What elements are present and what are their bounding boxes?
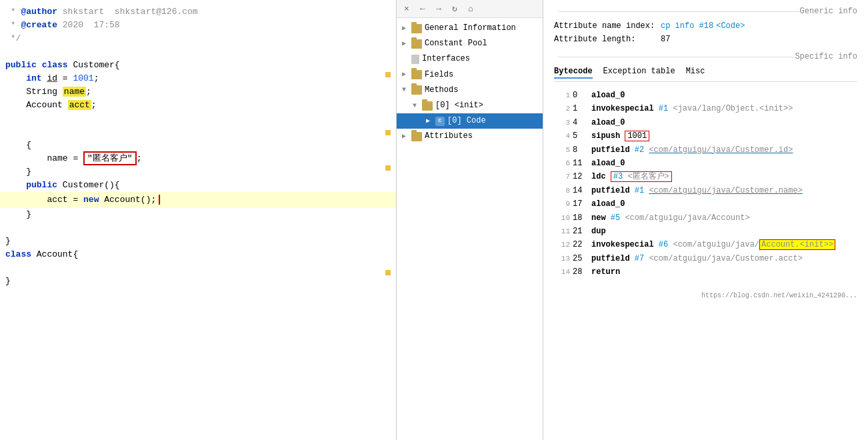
bc-linenum: 1 — [554, 89, 570, 102]
url-bar: https://blog.csdn.net/weixin_4241290... — [554, 292, 857, 299]
tree-arrow: ▶ — [402, 69, 411, 80]
bc-offset: 17 — [573, 197, 589, 211]
code-line: } — [0, 165, 396, 179]
bytecode-row: 10 18 new #5 <com/atguigu/java/Account> — [554, 211, 857, 225]
tree-item-label: Attributes — [425, 130, 473, 143]
cp-link[interactable]: cp info #18 — [661, 21, 713, 31]
file-icon — [411, 55, 419, 64]
tree-item-label: Methods — [425, 84, 458, 97]
tree-item-label: Interfaces — [422, 53, 470, 65]
home-button[interactable]: ⌂ — [465, 3, 477, 15]
code-line: Account acct; — [0, 99, 396, 112]
code-tag: <Code> — [716, 21, 745, 31]
bc-linenum: 3 — [554, 117, 570, 129]
bc-linenum: 4 — [554, 130, 570, 143]
bytecode-row: 4 5 sipush 1001 — [554, 129, 857, 143]
bytecode-row: 1 0 aload_0 — [554, 89, 857, 102]
attribute-length-label: Attribute length: — [554, 35, 661, 44]
bc-offset: 4 — [573, 116, 589, 129]
bc-linenum: 9 — [554, 198, 570, 211]
code-line: * @create 2020 17:58 — [0, 19, 396, 32]
forward-button[interactable]: → — [433, 3, 445, 15]
bc-linenum: 14 — [554, 266, 570, 279]
bc-linenum: 7 — [554, 171, 570, 183]
code-icon: C — [435, 117, 445, 126]
bc-linenum: 11 — [554, 225, 570, 238]
folder-icon — [411, 85, 422, 95]
tree-item-init[interactable]: ▼ [0] <init> — [397, 98, 543, 113]
code-line — [0, 45, 396, 59]
bc-offset: 25 — [573, 252, 589, 265]
tree-toolbar: × ← → ↻ ⌂ — [397, 0, 543, 18]
bc-linenum: 6 — [554, 157, 570, 170]
info-panel: Generic info Attribute name index: cp in… — [543, 0, 868, 440]
close-button[interactable]: × — [401, 3, 413, 15]
bc-instr: return — [591, 265, 620, 279]
bc-offset: 5 — [573, 129, 589, 143]
tree-arrow: ▶ — [426, 116, 435, 127]
tree-arrow — [402, 54, 411, 65]
bc-instr: aload_0 — [591, 197, 625, 211]
tab-misc[interactable]: Misc — [686, 67, 705, 79]
tree-arrow: ▼ — [413, 101, 422, 111]
tree-arrow: ▼ — [402, 85, 411, 95]
tree-item-methods[interactable]: ▼ Methods — [397, 83, 543, 98]
code-line — [0, 221, 396, 235]
bc-linenum: 8 — [554, 185, 570, 197]
tree-item-attributes[interactable]: ▶ Attributes — [397, 129, 543, 144]
code-line: public Customer(){ — [0, 179, 396, 192]
scroll-marker — [385, 72, 391, 77]
attribute-length-row: Attribute length: 87 — [554, 35, 857, 44]
tree-item-fields[interactable]: ▶ Fields — [397, 67, 543, 83]
code-content: * @author shkstart shkstart@126.com * @c… — [0, 0, 396, 293]
code-line: */ — [0, 32, 396, 45]
code-line: * @author shkstart shkstart@126.com — [0, 5, 396, 19]
folder-icon — [411, 39, 422, 49]
tree-item-code[interactable]: ▶ C [0] Code — [397, 113, 543, 129]
section-label: Generic info — [800, 7, 857, 16]
bc-instr: invokespecial #1 <java/lang/Object.<init… — [591, 102, 793, 115]
tab-bytecode[interactable]: Bytecode — [554, 67, 593, 79]
bytecode-row: 6 11 aload_0 — [554, 157, 857, 170]
bc-instr: aload_0 — [591, 157, 625, 170]
specific-info-header: Specific info — [554, 52, 857, 61]
back-button[interactable]: ← — [417, 3, 429, 15]
bc-offset: 12 — [573, 170, 589, 183]
code-line: class Account{ — [0, 248, 396, 261]
generic-info-header: Generic info — [554, 7, 857, 16]
tree-content: ▶ General Information ▶ Constant Pool In… — [397, 18, 543, 147]
scroll-marker — [385, 130, 391, 135]
folder-icon — [411, 70, 422, 79]
bc-offset: 22 — [573, 238, 589, 251]
code-line: } — [0, 208, 396, 221]
tree-item-constant-pool[interactable]: ▶ Constant Pool — [397, 36, 543, 51]
bytecode-row: 12 22 invokespecial #6 <com/atguigu/java… — [554, 238, 857, 251]
bytecode-row: 13 25 putfield #7 <com/atguigu/java/Cust… — [554, 252, 857, 265]
scroll-marker — [385, 165, 391, 171]
code-line — [0, 261, 396, 275]
tree-item-general-information[interactable]: ▶ General Information — [397, 21, 543, 36]
tree-arrow: ▶ — [402, 131, 411, 142]
folder-icon — [422, 101, 433, 111]
bc-instr: putfield #7 <com/atguigu/java/Customer.a… — [591, 252, 803, 265]
bc-offset: 11 — [573, 157, 589, 170]
tree-item-label: General Information — [425, 22, 516, 35]
refresh-button[interactable]: ↻ — [449, 3, 461, 15]
bc-instr: putfield #2 <com/atguigu/java/Customer.i… — [591, 143, 793, 157]
bc-instr: invokespecial #6 <com/atguigu/java/Accou… — [591, 238, 835, 251]
attribute-name-row: Attribute name index: cp info #18 <Code> — [554, 21, 857, 31]
bytecode-row: 14 28 return — [554, 265, 857, 279]
bc-linenum: 10 — [554, 212, 570, 225]
folder-icon — [411, 132, 422, 141]
bc-instr: new #5 <com/atguigu/java/Account> — [591, 211, 750, 225]
bc-offset: 8 — [573, 143, 589, 157]
bc-linenum: 13 — [554, 253, 570, 265]
tree-item-label: [0] Code — [447, 115, 486, 127]
code-line: int id = 1001; — [0, 72, 396, 85]
tree-arrow: ▶ — [402, 23, 411, 34]
bc-instr: dup — [591, 225, 606, 238]
tab-exception-table[interactable]: Exception table — [603, 67, 675, 79]
bytecode-row: 7 12 ldc #3 <匿名客户> — [554, 170, 857, 183]
tree-item-interfaces[interactable]: Interfaces — [397, 51, 543, 67]
code-line: { — [0, 139, 396, 152]
